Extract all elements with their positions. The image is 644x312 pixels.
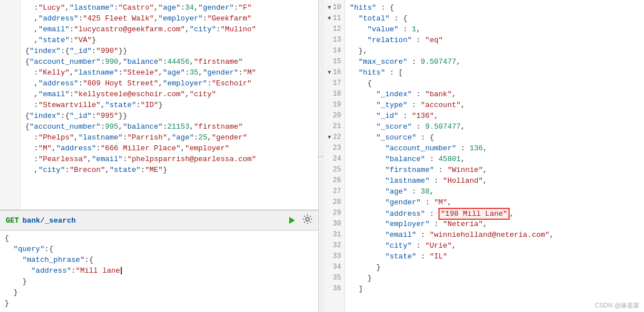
line-number: ▼22 [325,132,344,143]
line-number [0,100,20,110]
highlighted-value: "198 Mill Lane" [438,208,510,220]
code-line: "employer" : "Neteria", [350,219,639,229]
line-number [0,121,20,132]
line-number: 33 [325,251,344,262]
line-number: 25 [325,165,344,175]
code-line: "_score" : 9.507477, [350,121,639,132]
line-number [0,46,20,56]
code-line: "firstname" : "Winnie", [350,165,639,175]
code-line: "hits" : { [350,2,639,13]
left-top-code: :"Lucy","lastname":"Castro","age":34,"ge… [0,0,318,210]
code-line: ] [350,284,639,294]
line-number: 30 [325,219,344,229]
right-panel: ▼10▼1112131415▼161718192021▼222324252627… [325,0,644,312]
run-button[interactable] [286,215,298,226]
line-number: 21 [325,121,344,132]
settings-button[interactable] [302,214,313,227]
line-number [0,2,20,13]
line-number: 23 [325,143,344,154]
svg-marker-0 [289,217,295,224]
code-line: ,"email":"lucycastro@geekfarm.com","city… [25,24,314,35]
code-line: "state" : "IL" [350,251,639,262]
code-line: "total" : { [350,13,639,24]
collapse-arrow[interactable]: ▼ [328,132,331,143]
line-number: 28 [325,197,344,208]
code-line: "relation" : "eq" [350,35,639,46]
left-line-numbers [0,0,20,210]
code-line: ,"email":"kellysteele@eschoir.com","city… [25,89,314,100]
line-number [0,143,20,154]
code-line: }, [350,46,639,56]
line-number [0,24,20,35]
line-number: ▼11 [325,13,344,24]
collapse-arrow[interactable]: ▼ [328,13,331,24]
code-line: ,"address":"425 Fleet Walk","employer":"… [25,13,314,24]
line-number: 13 [325,35,344,46]
left-code-content: :"Lucy","lastname":"Castro","age":34,"ge… [20,0,318,210]
code-line: "lastname" : "Holland", [350,175,639,186]
line-number: 15 [325,56,344,67]
code-line: :"Stewartville","state":"ID"} [25,100,314,110]
code-line: "_index" : "bank", [350,89,639,100]
line-number [0,132,20,143]
text-cursor [121,267,122,274]
query-line: "match_phrase":{ [5,254,314,265]
query-line: "query":{ [5,244,314,254]
query-line: } [5,287,314,298]
code-line: {"account_number":995,"balance":21153,"f… [25,121,314,132]
code-line: ,"address":"809 Hoyt Street","employer":… [25,78,314,89]
collapse-arrow[interactable]: ▼ [328,67,331,78]
query-line: } [5,298,314,309]
right-code-content: "hits" : { "total" : { "value" : 1, "rel… [345,0,644,312]
line-number [0,67,20,78]
line-number: ▼10 [325,2,344,13]
code-line: :"Phelps","lastname":"Parrish","age":25,… [25,132,314,143]
line-number [0,165,20,175]
query-panel: GETbank/_search { "query":{ "match_phras… [0,210,318,312]
svg-point-1 [306,217,309,221]
code-line: :"Kelly","lastname":"Steele","age":35,"g… [25,67,314,78]
code-line: "city" : "Urie", [350,240,639,251]
code-line: :"Pearlessa","email":"phelpsparrish@pear… [25,154,314,165]
code-line: "_type" : "account", [350,100,639,110]
line-number [0,13,20,24]
line-number: 32 [325,240,344,251]
code-line: "hits" : [ [350,67,639,78]
code-line: {"index":{"_id":"995"}} [25,110,314,121]
line-number: ▼16 [325,67,344,78]
collapse-arrow[interactable]: ▼ [328,2,331,13]
line-number [0,110,20,121]
code-line: "value" : 1, [350,24,639,35]
code-line: "address" : "198 Mill Lane", [350,208,639,219]
code-line: ,"state":"VA"} [25,35,314,46]
query-line: "address":"Mill lane [5,265,314,276]
line-number [0,154,20,165]
line-number: 19 [325,100,344,110]
line-number: 27 [325,186,344,197]
line-number: 12 [325,24,344,35]
code-line: {"account_number":990,"balance":44456,"f… [25,56,314,67]
line-number [0,89,20,100]
query-actions [286,214,313,227]
right-code-block: ▼10▼1112131415▼161718192021▼222324252627… [325,0,644,312]
line-number: 14 [325,46,344,56]
query-line: } [5,276,314,287]
line-number: 18 [325,89,344,100]
code-line: "age" : 38, [350,186,639,197]
line-number [0,56,20,67]
code-line: { [350,78,639,89]
line-number: 17 [325,78,344,89]
query-line: { [5,233,314,244]
line-number: 34 [325,262,344,273]
code-line: :"M","address":"666 Miller Place","emplo… [25,143,314,154]
line-number: 31 [325,229,344,240]
http-method: GET [6,216,19,225]
code-line: ,"city":"Brecon","state":"ME"} [25,165,314,175]
code-line: {"index":{"_id":"990"}} [25,46,314,56]
code-line: "balance" : 45801, [350,154,639,165]
code-line: "_source" : { [350,132,639,143]
code-line: } [350,262,639,273]
line-number [0,35,20,46]
query-body[interactable]: { "query":{ "match_phrase":{ "address":"… [0,231,318,312]
right-line-numbers: ▼10▼1112131415▼161718192021▼222324252627… [325,0,345,312]
